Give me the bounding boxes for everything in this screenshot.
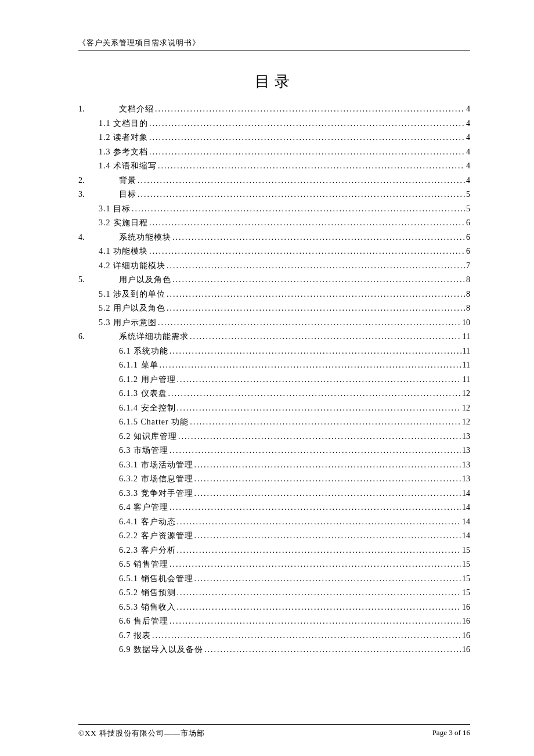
toc-entry[interactable]: 6.6 售后管理................................… <box>78 614 470 629</box>
toc-entry[interactable]: 1.文档介绍..................................… <box>78 102 470 117</box>
toc-leader-dots: ........................................… <box>158 316 461 330</box>
toc-label: 4.1 功能模块 <box>99 244 148 259</box>
page-footer: ©XX 科技股份有限公司——市场部 Page 3 of 16 <box>78 724 470 739</box>
toc-leader-dots: ........................................… <box>158 159 465 174</box>
toc-entry[interactable]: 6.系统详细功能需求..............................… <box>78 330 470 344</box>
toc-label: 6.1.4 安全控制 <box>119 401 176 416</box>
toc-entry[interactable]: 1.4 术语和缩写...............................… <box>78 159 470 174</box>
toc-label: 3.2 实施日程 <box>99 216 148 231</box>
toc-number: 5. <box>78 273 119 287</box>
toc-leader-dots: ........................................… <box>138 174 465 188</box>
toc-entry[interactable]: 6.4 客户管理................................… <box>78 501 470 515</box>
toc-label: 6.2 知识库管理 <box>119 430 177 444</box>
toc-leader-dots: ........................................… <box>149 244 465 259</box>
toc-page-number: 4 <box>466 102 470 117</box>
toc-entry[interactable]: 6.3.2 市场信息管理............................… <box>78 472 470 487</box>
toc-entry[interactable]: 3.2 实施日程................................… <box>78 216 470 231</box>
toc-entry[interactable]: 4.2 详细功能模块..............................… <box>78 259 470 273</box>
toc-entry[interactable]: 6.9 数据导入以及备份............................… <box>78 643 470 657</box>
toc-entry[interactable]: 6.1.3 仪表盘...............................… <box>78 387 470 401</box>
toc-entry[interactable]: 6.1.5 Chatter 功能........................… <box>78 415 470 430</box>
toc-label: 6.3.1 市场活动管理 <box>119 458 193 473</box>
toc-page-number: 6 <box>466 231 470 245</box>
toc-leader-dots: ........................................… <box>194 458 461 473</box>
toc-entry[interactable]: 6.3.1 市场活动管理............................… <box>78 458 470 473</box>
toc-entry[interactable]: 6.4.1 客户动态..............................… <box>78 515 470 530</box>
toc-label: 6.1.5 Chatter 功能 <box>119 415 189 430</box>
toc-entry[interactable]: 2.背景....................................… <box>78 174 470 188</box>
toc-entry[interactable]: 5.用户以及角色................................… <box>78 273 470 287</box>
toc-entry[interactable]: 5.1 涉及到的单位..............................… <box>78 287 470 302</box>
toc-label: 6.1.2 用户管理 <box>119 373 176 387</box>
toc-leader-dots: ........................................… <box>149 117 465 131</box>
toc-label: 4.2 详细功能模块 <box>99 259 165 273</box>
toc-label: 6.5.3 销售收入 <box>119 600 176 615</box>
toc-leader-dots: ........................................… <box>190 415 461 430</box>
toc-entry[interactable]: 4.系统功能模块................................… <box>78 231 470 245</box>
toc-label: 6.2.2 客户资源管理 <box>119 529 193 543</box>
toc-page-number: 11 <box>463 373 470 387</box>
toc-leader-dots: ........................................… <box>177 373 461 387</box>
toc-entry[interactable]: 6.3.3 竞争对手管理............................… <box>78 487 470 501</box>
toc-label: 6.4.1 客户动态 <box>119 515 176 530</box>
toc-entry[interactable]: 6.1 系统功能................................… <box>78 344 470 359</box>
toc-entry[interactable]: 6.2.2 客户资源管理............................… <box>78 529 470 543</box>
toc-label: 6.1.3 仪表盘 <box>119 387 167 401</box>
toc-page-number: 11 <box>463 358 470 373</box>
toc-entry[interactable]: 1.3 参考文档................................… <box>78 145 470 160</box>
toc-page-number: 4 <box>466 145 470 160</box>
header-title: 《客户关系管理项目需求说明书》 <box>78 38 470 48</box>
toc-label: 6.1 系统功能 <box>119 344 168 359</box>
toc-number: 6. <box>78 330 119 344</box>
toc-leader-dots: ........................................… <box>167 301 465 316</box>
toc-page-number: 11 <box>463 344 470 359</box>
toc-page-number: 7 <box>466 259 470 273</box>
toc-page-number: 13 <box>462 444 470 458</box>
toc-number: 3. <box>78 188 119 202</box>
toc-label: 5.3 用户示意图 <box>99 316 157 330</box>
toc-entry[interactable]: 6.5 销售管理................................… <box>78 557 470 572</box>
toc-page-number: 12 <box>462 415 470 430</box>
toc-entry[interactable]: 6.1.2 用户管理..............................… <box>78 373 470 387</box>
toc-entry[interactable]: 3.1 目标..................................… <box>78 202 470 217</box>
toc-title: 目录 <box>78 71 470 92</box>
toc-leader-dots: ........................................… <box>169 444 461 458</box>
toc-number: 4. <box>78 231 119 245</box>
toc-label: 6.3.3 竞争对手管理 <box>119 487 193 501</box>
toc-label: 6.5.2 销售预测 <box>119 586 176 600</box>
header-divider <box>78 51 470 51</box>
toc-page-number: 13 <box>462 458 470 473</box>
toc-entry[interactable]: 1.2 读者对象................................… <box>78 131 470 145</box>
toc-page-number: 4 <box>466 131 470 145</box>
toc-page-number: 10 <box>462 316 470 330</box>
toc-page-number: 15 <box>462 557 470 572</box>
toc-entry[interactable]: 6.1.1 菜单................................… <box>78 358 470 373</box>
toc-label: 3.1 目标 <box>99 202 131 217</box>
toc-entry[interactable]: 6.1.4 安全控制..............................… <box>78 401 470 416</box>
toc-leader-dots: ........................................… <box>152 629 461 643</box>
toc-leader-dots: ........................................… <box>177 401 461 416</box>
toc-page-number: 15 <box>462 586 470 600</box>
toc-entry[interactable]: 4.1 功能模块................................… <box>78 244 470 259</box>
toc-page-number: 16 <box>462 643 470 657</box>
toc-entry[interactable]: 6.5.3 销售收入..............................… <box>78 600 470 615</box>
toc-label: 1.1 文档目的 <box>99 117 148 131</box>
toc-entry[interactable]: 6.5.1 销售机会管理............................… <box>78 572 470 586</box>
toc-leader-dots: ........................................… <box>138 188 465 202</box>
toc-entry[interactable]: 1.1 文档目的................................… <box>78 117 470 131</box>
toc-entry[interactable]: 6.2 知识库管理...............................… <box>78 430 470 444</box>
toc-label: 6.1.1 菜单 <box>119 358 158 373</box>
toc-leader-dots: ........................................… <box>194 572 461 586</box>
toc-label: 文档介绍 <box>119 102 154 117</box>
toc-page-number: 6 <box>466 216 470 231</box>
toc-entry[interactable]: 6.2.3 客户分析..............................… <box>78 543 470 558</box>
toc-entry[interactable]: 5.3 用户示意图...............................… <box>78 316 470 330</box>
toc-entry[interactable]: 6.5.2 销售预测..............................… <box>78 586 470 600</box>
toc-page-number: 8 <box>466 287 470 302</box>
toc-entry[interactable]: 6.7 报表..................................… <box>78 629 470 643</box>
toc-entry[interactable]: 3.目标....................................… <box>78 188 470 202</box>
toc-label: 系统详细功能需求 <box>119 330 189 344</box>
toc-entry[interactable]: 5.2 用户以及角色..............................… <box>78 301 470 316</box>
toc-leader-dots: ........................................… <box>169 501 461 515</box>
toc-entry[interactable]: 6.3 市场管理................................… <box>78 444 470 458</box>
